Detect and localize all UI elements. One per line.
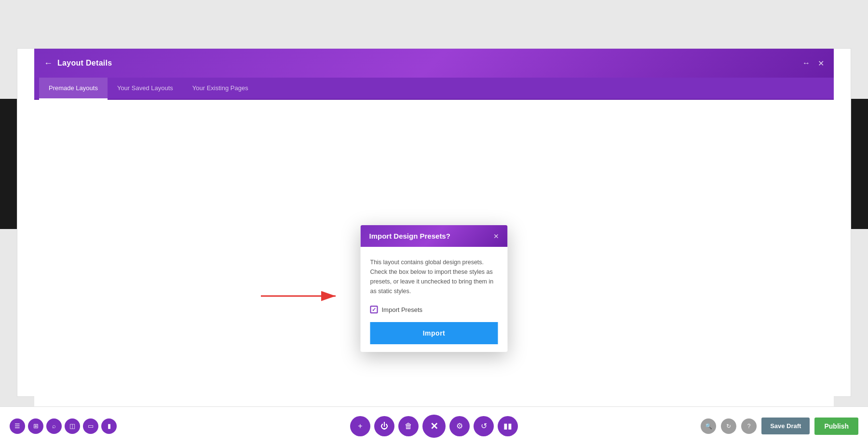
power-icon: ⏻ — [380, 422, 388, 431]
x-icon: ✕ — [430, 420, 438, 432]
close-active-btn[interactable]: ✕ — [422, 415, 446, 438]
close-icon[interactable]: ✕ — [818, 59, 824, 68]
publish-button[interactable]: Publish — [814, 418, 858, 435]
dialog-header: Import Design Presets? ✕ — [361, 225, 508, 247]
grid-icon-btn[interactable]: ⊞ — [28, 418, 43, 434]
gear-icon: ⚙ — [456, 421, 463, 431]
grid-icon: ⊞ — [33, 422, 39, 430]
undo-icon: ↻ — [726, 423, 731, 430]
import-presets-dialog: Import Design Presets? ✕ This layout con… — [361, 225, 508, 352]
history-btn[interactable]: ↺ — [474, 416, 494, 436]
toolbar-center: + ⏻ 🗑 ✕ ⚙ ↺ ▮▮ — [350, 415, 518, 438]
bottom-toolbar: ☰ ⊞ ⌕ ◫ ▭ ▮ + ⏻ 🗑 ✕ ⚙ — [0, 406, 868, 445]
mobile-icon: ▮ — [108, 422, 111, 430]
undo-icon-btn[interactable]: ↻ — [721, 418, 736, 434]
layout-tabs: Premade Layouts Your Saved Layouts Your … — [34, 78, 834, 100]
header-left: ← Layout Details — [44, 58, 112, 68]
main-content-area: ← Layout Details ↔ ✕ Premade Layouts You… — [17, 48, 851, 397]
back-icon[interactable]: ← — [44, 58, 53, 68]
tablet-icon: ▭ — [88, 422, 94, 430]
layout-details-panel: ← Layout Details ↔ ✕ Premade Layouts You… — [34, 49, 834, 445]
search-icon: ⌕ — [52, 422, 56, 430]
pause-icon: ▮▮ — [503, 421, 512, 431]
plus-icon: + — [358, 422, 362, 431]
header-right: ↔ ✕ — [802, 59, 824, 68]
toolbar-right: 🔍 ↻ ? Save Draft Publish — [701, 418, 858, 435]
expand-icon[interactable]: ↔ — [802, 59, 810, 67]
arrow-annotation — [261, 289, 343, 305]
help-icon: ? — [747, 423, 751, 430]
zoom-icon: 🔍 — [705, 423, 712, 430]
import-presets-label: Import Presets — [382, 306, 423, 313]
dialog-body: This layout contains global design prese… — [361, 247, 508, 352]
power-btn[interactable]: ⏻ — [374, 416, 394, 436]
import-presets-row: ✓ Import Presets — [370, 304, 498, 315]
dialog-description: This layout contains global design prese… — [370, 257, 498, 296]
settings-btn[interactable]: ⚙ — [449, 416, 470, 436]
trash-icon: 🗑 — [405, 422, 412, 431]
desktop-icon: ◫ — [69, 422, 75, 430]
layout-content: Import Design Presets? ✕ This layout con… — [34, 100, 834, 445]
tab-premade-layouts[interactable]: Premade Layouts — [39, 78, 108, 100]
layout-header: ← Layout Details ↔ ✕ — [34, 49, 834, 78]
tab-existing-pages[interactable]: Your Existing Pages — [183, 78, 258, 100]
add-section-btn[interactable]: + — [350, 416, 370, 436]
history-icon: ↺ — [481, 421, 487, 431]
import-button[interactable]: Import — [370, 322, 498, 344]
delete-btn[interactable]: 🗑 — [398, 416, 419, 436]
save-draft-button[interactable]: Save Draft — [761, 418, 810, 434]
checkmark-icon: ✓ — [372, 307, 376, 313]
layout-title: Layout Details — [57, 59, 112, 67]
pause-btn[interactable]: ▮▮ — [498, 416, 518, 436]
dialog-title: Import Design Presets? — [369, 232, 450, 240]
desktop-icon-btn[interactable]: ◫ — [65, 418, 80, 434]
menu-icon: ☰ — [14, 422, 20, 430]
toolbar-left: ☰ ⊞ ⌕ ◫ ▭ ▮ — [10, 418, 117, 434]
help-icon-btn[interactable]: ? — [741, 418, 757, 434]
import-presets-checkbox[interactable]: ✓ — [370, 306, 378, 313]
side-panel-right — [851, 99, 868, 229]
tablet-icon-btn[interactable]: ▭ — [83, 418, 98, 434]
search-icon-btn[interactable]: ⌕ — [46, 418, 62, 434]
mobile-icon-btn[interactable]: ▮ — [101, 418, 117, 434]
side-panel-left — [0, 99, 17, 229]
menu-icon-btn[interactable]: ☰ — [10, 418, 25, 434]
zoom-icon-btn[interactable]: 🔍 — [701, 418, 716, 434]
tab-saved-layouts[interactable]: Your Saved Layouts — [108, 78, 183, 100]
dialog-close-icon[interactable]: ✕ — [493, 233, 499, 240]
